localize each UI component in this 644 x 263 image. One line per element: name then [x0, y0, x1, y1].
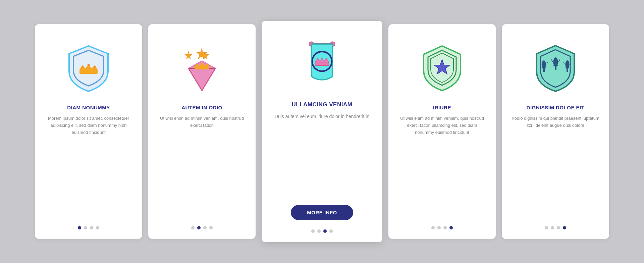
card-2-text: Ut wisi enim ad minim veniam, quis nostr… — [158, 115, 246, 219]
card-3-icon-area — [271, 31, 373, 98]
flag-crown-icon — [292, 34, 352, 95]
svg-rect-0 — [79, 70, 98, 74]
dot — [203, 226, 207, 229]
card-4-icon-area — [398, 34, 486, 101]
svg-rect-26 — [553, 65, 558, 66]
more-info-button[interactable]: MORE INFO — [291, 205, 353, 220]
svg-rect-12 — [195, 66, 209, 69]
card-5-title: DIGNISSIM DOLOE EIT — [527, 105, 585, 110]
dot — [551, 226, 554, 229]
card-5-dots — [545, 226, 566, 229]
dot — [311, 229, 315, 233]
dot — [329, 229, 333, 233]
dot — [449, 226, 453, 229]
card-2-icon-area — [158, 34, 246, 101]
shield-crown-icon — [62, 41, 115, 95]
svg-point-4 — [94, 66, 96, 68]
card-5: DIGNISSIM DOLOE EIT Kodio dignissim qui … — [502, 24, 609, 239]
dot — [557, 226, 560, 229]
card-2-title: AUTEM IN ODIO — [181, 105, 222, 110]
svg-point-2 — [88, 64, 90, 66]
dot — [78, 226, 81, 229]
card-1: DIAM NONUMMY Morem ipsum dolor sit amet,… — [35, 24, 142, 239]
card-1-title: DIAM NONUMMY — [67, 105, 110, 110]
dot — [317, 229, 321, 233]
dot — [197, 226, 201, 229]
card-4-text: Ut wisi enim ad minim veniam, quis nostr… — [398, 115, 486, 219]
dot — [545, 226, 548, 229]
svg-rect-23 — [542, 67, 546, 68]
card-4-dots — [431, 226, 453, 229]
card-3-title: ULLAMCING VENIAM — [292, 101, 353, 108]
cards-container: DIAM NONUMMY Morem ipsum dolor sit amet,… — [0, 7, 644, 256]
dot — [431, 226, 435, 229]
svg-rect-18 — [315, 62, 329, 65]
card-1-text: Morem ipsum dolor sit amet, consectetuer… — [44, 115, 133, 219]
card-3-text: Duis autem vel eum iriure dolor in hendr… — [275, 113, 369, 199]
card-2-dots — [191, 226, 213, 229]
card-1-icon-area — [44, 34, 133, 101]
svg-marker-13 — [195, 62, 209, 66]
card-1-dots — [78, 226, 99, 229]
card-4: IRIURE Ut wisi enim ad minim veniam, qui… — [388, 24, 496, 239]
dot — [84, 226, 87, 229]
svg-rect-29 — [566, 67, 569, 68]
dot — [323, 229, 327, 233]
card-5-icon-area — [511, 34, 600, 101]
dot — [96, 226, 99, 229]
diamond-crown-stars-icon — [175, 41, 229, 95]
shield-fleur-de-lis-icon — [529, 41, 582, 95]
svg-point-3 — [82, 66, 84, 68]
card-2: AUTEM IN ODIO Ut wisi enim ad minim veni… — [148, 24, 256, 239]
dot — [563, 226, 566, 229]
card-5-text: Kodio dignissim qui blandit praesent lup… — [511, 115, 600, 219]
dot — [209, 226, 213, 229]
card-3: ULLAMCING VENIAM Duis autem vel eum iriu… — [262, 21, 382, 242]
card-3-dots — [311, 229, 333, 233]
dot — [437, 226, 441, 229]
dot — [90, 226, 93, 229]
dot — [443, 226, 447, 229]
card-4-title: IRIURE — [433, 105, 451, 110]
dot — [191, 226, 195, 229]
shield-star-icon — [415, 41, 469, 95]
svg-marker-5 — [185, 51, 192, 59]
